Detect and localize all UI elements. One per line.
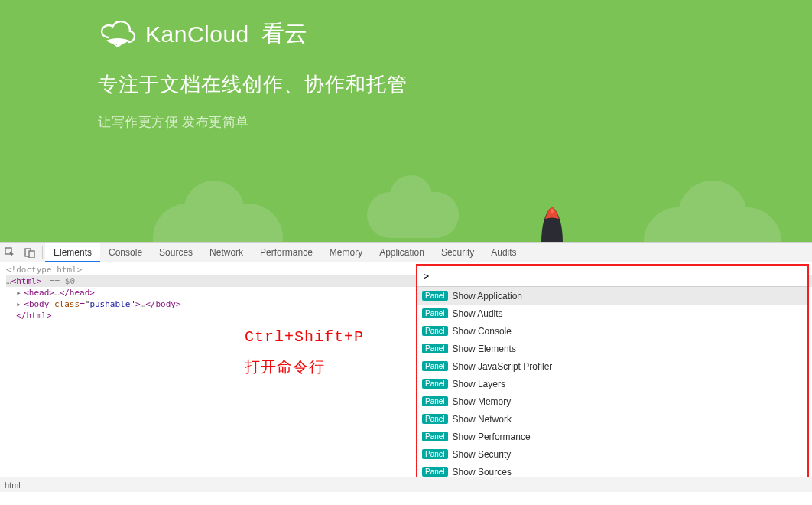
brand-cn: 看云 bbox=[261, 18, 308, 50]
command-label: Show Performance bbox=[453, 432, 531, 442]
tab-console[interactable]: Console bbox=[100, 243, 151, 262]
tab-application[interactable]: Application bbox=[371, 243, 433, 262]
command-badge: Panel bbox=[422, 326, 448, 336]
command-label: Show Security bbox=[453, 449, 512, 460]
command-menu-item[interactable]: PanelShow JavaScript Profiler bbox=[417, 357, 807, 375]
command-badge: Panel bbox=[422, 449, 448, 459]
command-badge: Panel bbox=[422, 379, 448, 389]
tab-performance[interactable]: Performance bbox=[252, 243, 321, 262]
annotation-overlay: Ctrl+Shift+P 打开命令行 bbox=[245, 322, 364, 383]
tab-audits[interactable]: Audits bbox=[482, 243, 525, 262]
command-label: Show Audits bbox=[453, 308, 503, 319]
annotation-desc: 打开命令行 bbox=[245, 353, 364, 383]
command-menu-list[interactable]: PanelShow ApplicationPanelShow AuditsPan… bbox=[417, 287, 807, 490]
command-badge: Panel bbox=[422, 432, 448, 441]
command-label: Show Memory bbox=[453, 396, 512, 407]
brand-en: KanCloud bbox=[145, 21, 249, 47]
command-label: Show Network bbox=[453, 414, 512, 425]
tab-security[interactable]: Security bbox=[433, 243, 482, 262]
command-badge: Panel bbox=[422, 414, 448, 424]
command-menu: PanelShow ApplicationPanelShow AuditsPan… bbox=[416, 264, 809, 492]
command-menu-input[interactable] bbox=[417, 266, 807, 287]
tab-memory[interactable]: Memory bbox=[321, 243, 371, 262]
elements-breadcrumb[interactable]: html bbox=[0, 477, 812, 492]
command-menu-item[interactable]: PanelShow Elements bbox=[417, 340, 807, 357]
command-badge: Panel bbox=[422, 308, 448, 318]
svg-rect-3 bbox=[29, 251, 34, 258]
svg-point-0 bbox=[551, 209, 554, 213]
command-menu-item[interactable]: PanelShow Memory bbox=[417, 393, 807, 410]
command-badge: Panel bbox=[422, 467, 448, 477]
command-label: Show JavaScript Profiler bbox=[453, 361, 553, 372]
decorative-clouds bbox=[0, 188, 812, 242]
command-menu-item[interactable]: PanelShow Performance bbox=[417, 428, 807, 445]
devtools-panel: Elements Console Sources Network Perform… bbox=[0, 242, 812, 492]
elements-panel-body: <!doctype html> …<html> == $0 ▸<head>…</… bbox=[0, 262, 812, 492]
annotation-shortcut: Ctrl+Shift+P bbox=[245, 322, 364, 353]
command-menu-item[interactable]: PanelShow Security bbox=[417, 445, 807, 463]
command-badge: Panel bbox=[422, 291, 448, 301]
device-toolbar-icon[interactable] bbox=[20, 243, 40, 262]
command-label: Show Console bbox=[453, 326, 512, 337]
cloud-logo-icon bbox=[98, 21, 138, 48]
command-badge: Panel bbox=[422, 396, 448, 406]
command-badge: Panel bbox=[422, 344, 448, 354]
command-label: Show Sources bbox=[453, 467, 512, 477]
command-menu-item[interactable]: PanelShow Network bbox=[417, 410, 807, 428]
inspect-element-icon[interactable] bbox=[0, 243, 20, 262]
tab-network[interactable]: Network bbox=[201, 243, 252, 262]
hero-banner: KanCloud 看云 专注于文档在线创作、协作和托管 让写作更方便 发布更简单 bbox=[0, 0, 812, 242]
tab-sources[interactable]: Sources bbox=[151, 243, 201, 262]
command-label: Show Application bbox=[453, 291, 522, 301]
brand-row: KanCloud 看云 bbox=[98, 18, 812, 50]
command-menu-item[interactable]: PanelShow Audits bbox=[417, 305, 807, 322]
devtools-tabbar: Elements Console Sources Network Perform… bbox=[0, 243, 812, 262]
command-menu-item[interactable]: PanelShow Console bbox=[417, 322, 807, 340]
command-label: Show Layers bbox=[453, 379, 505, 389]
hero-tagline: 专注于文档在线创作、协作和托管 bbox=[98, 71, 812, 98]
command-badge: Panel bbox=[422, 361, 448, 371]
command-label: Show Elements bbox=[453, 344, 516, 354]
command-menu-item[interactable]: PanelShow Layers bbox=[417, 375, 807, 393]
tab-elements[interactable]: Elements bbox=[45, 243, 100, 262]
hero-subtagline: 让写作更方便 发布更简单 bbox=[98, 113, 812, 131]
rocket-icon bbox=[531, 205, 573, 242]
command-menu-item[interactable]: PanelShow Application bbox=[417, 287, 807, 305]
